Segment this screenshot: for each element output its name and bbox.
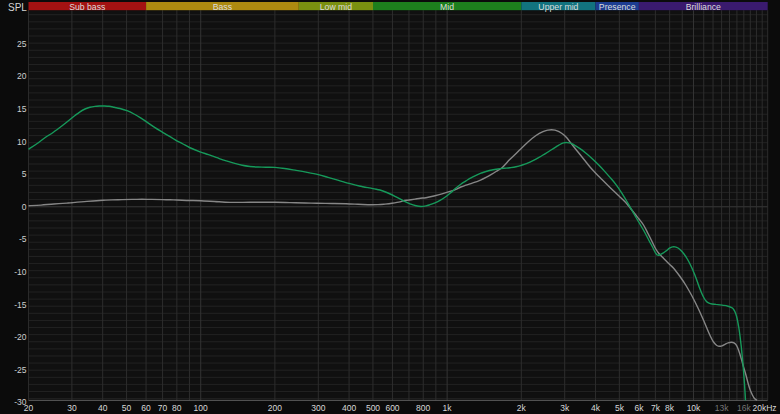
svg-text:6k: 6k: [634, 403, 644, 413]
svg-text:30: 30: [67, 403, 77, 413]
svg-text:15: 15: [17, 104, 27, 114]
svg-text:80: 80: [172, 403, 182, 413]
svg-text:2k: 2k: [517, 403, 527, 413]
svg-text:-15: -15: [14, 300, 27, 310]
svg-text:10k: 10k: [687, 403, 701, 413]
svg-text:4k: 4k: [591, 403, 601, 413]
svg-text:0: 0: [22, 202, 27, 212]
svg-text:5: 5: [22, 169, 27, 179]
svg-text:-20: -20: [14, 332, 27, 342]
svg-text:5k: 5k: [615, 403, 625, 413]
svg-text:20: 20: [24, 403, 34, 413]
svg-text:300: 300: [311, 403, 325, 413]
svg-text:Bass: Bass: [213, 2, 233, 12]
svg-text:8k: 8k: [665, 403, 675, 413]
svg-text:800: 800: [416, 403, 430, 413]
svg-text:7k: 7k: [651, 403, 661, 413]
svg-text:20kHz: 20kHz: [752, 403, 776, 413]
svg-text:70: 70: [158, 403, 168, 413]
svg-text:-25: -25: [14, 365, 27, 375]
svg-text:20: 20: [17, 71, 27, 81]
svg-text:13k: 13k: [715, 403, 729, 413]
svg-text:16k: 16k: [737, 403, 751, 413]
svg-text:3k: 3k: [560, 403, 570, 413]
svg-text:200: 200: [268, 403, 282, 413]
svg-text:500: 500: [366, 403, 380, 413]
svg-text:Upper mid: Upper mid: [538, 2, 578, 12]
svg-text:50: 50: [122, 403, 132, 413]
svg-text:60: 60: [141, 403, 151, 413]
svg-text:-5: -5: [19, 234, 27, 244]
svg-text:Presence: Presence: [599, 2, 636, 12]
svg-text:600: 600: [385, 403, 399, 413]
svg-text:400: 400: [342, 403, 356, 413]
svg-text:Low mid: Low mid: [320, 2, 353, 12]
svg-text:Mid: Mid: [440, 2, 454, 12]
svg-text:25: 25: [17, 39, 27, 49]
svg-text:-10: -10: [14, 267, 27, 277]
svg-text:40: 40: [98, 403, 108, 413]
svg-text:Sub bass: Sub bass: [69, 2, 106, 12]
svg-text:100: 100: [194, 403, 208, 413]
svg-text:1k: 1k: [443, 403, 453, 413]
svg-text:Brilliance: Brilliance: [686, 2, 721, 12]
svg-text:SPL: SPL: [8, 2, 27, 13]
svg-text:10: 10: [17, 137, 27, 147]
